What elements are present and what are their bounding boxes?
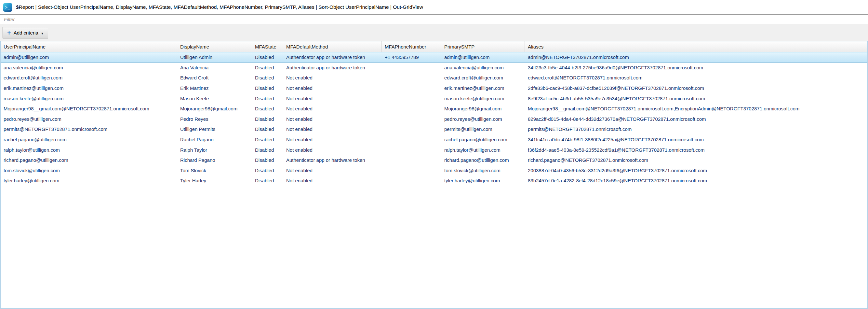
cell-user_principal_name: richard.pagano@utilligen.com (1, 155, 177, 165)
column-header-primary_smtp[interactable]: PrimarySMTP (441, 41, 525, 52)
cell-mfa_default_method: Not enabled (283, 104, 382, 114)
table-row[interactable]: edward.croft@utilligen.comEdward CroftDi… (1, 73, 867, 83)
cell-user_principal_name: erik.martinez@utilligen.com (1, 83, 177, 93)
cell-primary_smtp: permits@utilligen.com (441, 124, 525, 135)
cell-mfa_state: Disabled (252, 175, 283, 186)
cell-mfa_phone_number (382, 135, 441, 145)
titlebar: $Report | Select-Object UserPrincipalNam… (0, 0, 868, 14)
cell-aliases: f36f2dd4-aae5-403a-8e59-235522cdf9a1@NET… (525, 145, 855, 155)
table-row[interactable]: ana.valencia@utilligen.comAna ValenciaDi… (1, 62, 867, 73)
cell-display_name: Utilligen Admin (177, 52, 252, 62)
cell-primary_smtp: admin@utilligen.com (441, 52, 525, 62)
table-row[interactable]: ralph.taylor@utilligen.comRalph TaylorDi… (1, 145, 867, 155)
cell-aliases: 2dfa83b6-cac9-458b-a837-dcfbe512039f@NET… (525, 83, 855, 93)
column-header-display_name[interactable]: DisplayName (177, 41, 252, 52)
chevron-down-icon (41, 30, 44, 35)
cell-primary_smtp: pedro.reyes@utilligen.com (441, 114, 525, 124)
add-criteria-label: Add criteria (14, 30, 38, 35)
cell-user_principal_name: edward.croft@utilligen.com (1, 73, 177, 83)
table-row[interactable]: richard.pagano@utilligen.comRichard Paga… (1, 155, 867, 165)
cell-display_name: Edward Croft (177, 73, 252, 83)
table-row[interactable]: Mojoranger98__gmail.com@NETORGFT3702871.… (1, 104, 867, 114)
cell-primary_smtp: tyler.harley@utilligen.com (441, 175, 525, 186)
table-row[interactable]: mason.keefe@utilligen.comMason KeefeDisa… (1, 93, 867, 104)
column-header-mfa_phone_number[interactable]: MFAPhoneNumber (382, 41, 441, 52)
cell-mfa_phone_number (382, 73, 441, 83)
cell-user_principal_name: admin@utilligen.com (1, 52, 177, 62)
cell-aliases: richard.pagano@NETORGFT3702871.onmicroso… (525, 155, 855, 165)
cell-primary_smtp: rachel.pagano@utilligen.com (441, 135, 525, 145)
table-row[interactable]: pedro.reyes@utilligen.comPedro ReyesDisa… (1, 114, 867, 124)
cell-mfa_state: Disabled (252, 83, 283, 93)
cell-mfa_state: Disabled (252, 124, 283, 135)
cell-user_principal_name: ana.valencia@utilligen.com (1, 62, 177, 73)
cell-aliases: permits@NETORGFT3702871.onmicrosoft.com (525, 124, 855, 135)
table-row[interactable]: admin@utilligen.comUtilligen AdminDisabl… (1, 52, 867, 62)
criteria-toolbar: Add criteria (0, 24, 868, 41)
cell-primary_smtp: ana.valencia@utilligen.com (441, 62, 525, 73)
cell-mfa_phone_number (382, 145, 441, 155)
cell-mfa_state: Disabled (252, 114, 283, 124)
filter-input[interactable] (0, 14, 868, 24)
cell-mfa_default_method: Not enabled (283, 165, 382, 176)
cell-display_name: Pedro Reyes (177, 114, 252, 124)
cell-mfa_state: Disabled (252, 52, 283, 62)
cell-user_principal_name: mason.keefe@utilligen.com (1, 93, 177, 104)
column-header-aliases[interactable]: Aliases (525, 41, 855, 52)
cell-mfa_state: Disabled (252, 62, 283, 73)
cell-mfa_default_method: Authenticator app or hardware token (283, 62, 382, 73)
cell-mfa_default_method: Not enabled (283, 114, 382, 124)
cell-mfa_phone_number (382, 165, 441, 176)
cell-user_principal_name: pedro.reyes@utilligen.com (1, 114, 177, 124)
powershell-prompt-glyph (5, 4, 10, 10)
cell-mfa_default_method: Authenticator app or hardware token (283, 155, 382, 165)
cell-primary_smtp: edward.croft@utilligen.com (441, 73, 525, 83)
cell-mfa_default_method: Not enabled (283, 145, 382, 155)
column-header-mfa_state[interactable]: MFAState (252, 41, 283, 52)
cell-aliases: Mojoranger98__gmail.com@NETORGFT3702871.… (525, 104, 855, 114)
cell-display_name: Ana Valencia (177, 62, 252, 73)
cell-display_name: Richard Pagano (177, 155, 252, 165)
cell-aliases: admin@NETORGFT3702871.onmicrosoft.com (525, 52, 855, 62)
cell-aliases: 83b2457d-0e1a-4282-8ef4-28d12c18c59e@NET… (525, 175, 855, 186)
cell-primary_smtp: erik.martinez@utilligen.com (441, 83, 525, 93)
column-header-filler (855, 41, 867, 52)
powershell-icon (3, 3, 12, 12)
cell-user_principal_name: rachel.pagano@utilligen.com (1, 135, 177, 145)
cell-mfa_default_method: Not enabled (283, 124, 382, 135)
cell-display_name: Utilligen Permits (177, 124, 252, 135)
cell-display_name: Ralph Taylor (177, 145, 252, 155)
table-row[interactable]: permits@NETORGFT3702871.onmicrosoft.comU… (1, 124, 867, 135)
cell-display_name: Tyler Harley (177, 175, 252, 186)
cell-mfa_default_method: Not enabled (283, 175, 382, 186)
cell-aliases: 829ac2ff-d015-4da4-8e44-dd32d273670a@NET… (525, 114, 855, 124)
grid-rows: admin@utilligen.comUtilligen AdminDisabl… (1, 52, 867, 186)
cell-aliases: 2003887d-04c0-4356-b53c-3312d2d9a3f6@NET… (525, 165, 855, 176)
table-row[interactable]: tyler.harley@utilligen.comTyler HarleyDi… (1, 175, 867, 186)
cell-mfa_state: Disabled (252, 93, 283, 104)
add-criteria-button[interactable]: Add criteria (3, 27, 48, 38)
plus-icon (7, 30, 11, 36)
cell-mfa_default_method: Not enabled (283, 135, 382, 145)
cell-primary_smtp: Mojoranger98@gmail.com (441, 104, 525, 114)
cell-mfa_default_method: Authenticator app or hardware token (283, 52, 382, 62)
table-row[interactable]: rachel.pagano@utilligen.comRachel Pagano… (1, 135, 867, 145)
cell-mfa_phone_number (382, 62, 441, 73)
cell-primary_smtp: tom.slovick@utilligen.com (441, 165, 525, 176)
cell-mfa_phone_number (382, 114, 441, 124)
cell-mfa_phone_number (382, 175, 441, 186)
column-header-mfa_default_method[interactable]: MFADefaultMethod (283, 41, 382, 52)
cell-primary_smtp: ralph.taylor@utilligen.com (441, 145, 525, 155)
table-row[interactable]: tom.slovick@utilligen.comTom SlovickDisa… (1, 165, 867, 176)
cell-mfa_phone_number: +1 4435957789 (382, 52, 441, 62)
results-grid: UserPrincipalNameDisplayNameMFAStateMFAD… (0, 41, 868, 309)
cell-mfa_state: Disabled (252, 135, 283, 145)
cell-mfa_phone_number (382, 83, 441, 93)
cell-mfa_phone_number (382, 124, 441, 135)
cell-primary_smtp: richard.pagano@utilligen.com (441, 155, 525, 165)
table-row[interactable]: erik.martinez@utilligen.comErik Martinez… (1, 83, 867, 93)
column-header-user_principal_name[interactable]: UserPrincipalName (1, 41, 177, 52)
cell-display_name: Rachel Pagano (177, 135, 252, 145)
grid-header-row: UserPrincipalNameDisplayNameMFAStateMFAD… (1, 41, 867, 52)
cell-aliases: edward.croft@NETORGFT3702871.onmicrosoft… (525, 73, 855, 83)
